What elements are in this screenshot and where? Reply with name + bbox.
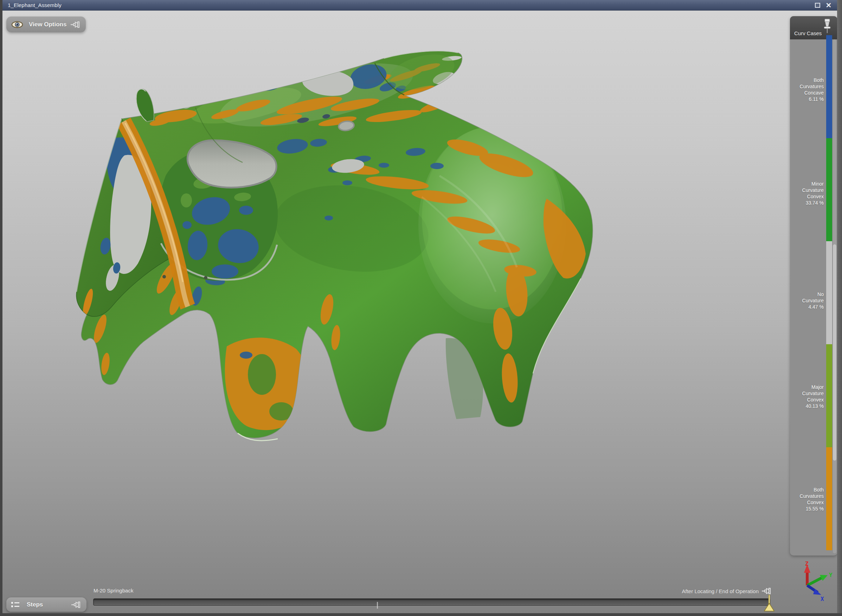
restore-window-button[interactable]	[812, 0, 823, 10]
app-window: 1_Elephant_Assembly ✕	[0, 0, 842, 616]
panel-title: Curv Cases	[794, 30, 821, 36]
colorbar-segment-both-convex	[826, 447, 832, 550]
legend-value: 33.74 %	[802, 200, 824, 206]
legend-scrollbar-thumb[interactable]	[833, 244, 836, 461]
pin-icon[interactable]	[71, 601, 82, 609]
window-border-bottom	[0, 613, 842, 616]
timeline-middle-tick	[377, 602, 378, 609]
legend-colorbar	[826, 35, 832, 550]
view-options-button[interactable]: View Options	[6, 16, 86, 32]
legend-scrollbar[interactable]	[833, 40, 836, 553]
stage-label: M-20 Springback	[94, 588, 133, 594]
curv-cases-panel: Curv Cases Both Curvatures Concave 6.11 …	[790, 16, 838, 556]
legend-entry-both-concave: Both Curvatures Concave 6.11 %	[800, 77, 824, 102]
z-axis-label: Z	[805, 560, 808, 567]
view-options-label: View Options	[29, 21, 66, 28]
titlebar[interactable]: 1_Elephant_Assembly ✕	[0, 0, 842, 10]
steps-button[interactable]: Steps	[6, 597, 87, 612]
list-icon	[11, 601, 20, 608]
eye-icon	[11, 21, 23, 28]
legend-value: 15.55 %	[800, 506, 824, 512]
window-title: 1_Elephant_Assembly	[8, 2, 62, 8]
y-axis-label: Y	[829, 572, 833, 578]
window-border-left	[0, 0, 3, 616]
colorbar-segment-minor-convex	[826, 138, 832, 241]
restore-icon	[815, 3, 820, 8]
legend-value: 40.13 %	[802, 403, 824, 409]
pushpin-icon[interactable]	[822, 18, 833, 35]
timeline-slider-track[interactable]	[93, 598, 770, 606]
legend-entry-no-curvature: No Curvature 4.47 %	[802, 291, 824, 310]
steps-label: Steps	[27, 601, 43, 608]
close-window-button[interactable]: ✕	[823, 0, 835, 10]
colorbar-segment-both-concave	[826, 35, 832, 138]
pin-icon[interactable]	[70, 21, 81, 29]
timeline-slider-marker[interactable]	[761, 594, 777, 613]
legend-entry-major-convex: Major Curvature Convex 40.13 %	[802, 384, 824, 409]
colorbar-segment-no-curvature	[826, 241, 832, 344]
colorbar-segment-major-convex	[826, 344, 832, 447]
coordinate-triad: Z Y X	[797, 560, 839, 613]
legend-entry-both-convex: Both Curvatures Convex 15.55 %	[800, 487, 824, 512]
legend-entry-minor-convex: Minor Curvature Convex 33.74 %	[802, 181, 824, 206]
window-border-right	[837, 0, 842, 616]
legend-value: 6.11 %	[800, 96, 824, 102]
x-axis-label: X	[820, 595, 824, 602]
operation-position-label: After Locating / End of Operation	[682, 588, 759, 594]
legend-value: 4.47 %	[802, 304, 824, 310]
elephant-model-3d[interactable]	[0, 0, 842, 616]
